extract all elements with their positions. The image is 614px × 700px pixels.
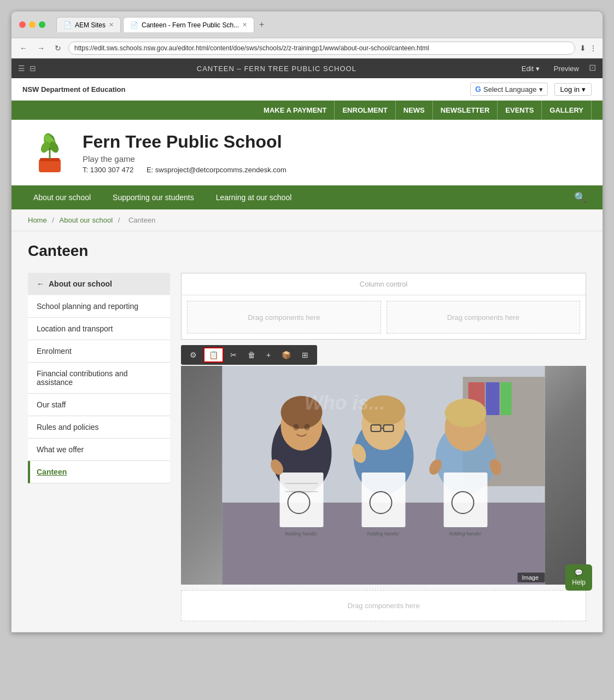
select-language-dropdown[interactable]: G Select Language ▾	[470, 83, 547, 96]
browser-titlebar: 📄 AEM Sites ✕ 📄 Canteen - Fern Tree Publ…	[11, 11, 603, 38]
breadcrumb-current: Canteen	[128, 216, 155, 224]
sidebar-parent-link[interactable]: ← About our school	[28, 273, 170, 295]
quick-link-enrolment[interactable]: ENROLMENT	[335, 101, 395, 120]
nav-icons: ⬇ ⋮	[580, 44, 597, 52]
panels-icon[interactable]: ☰	[18, 64, 25, 73]
browser-tabs: 📄 AEM Sites ✕ 📄 Canteen - Fern Tree Publ…	[56, 17, 267, 32]
toolbar-delete-button[interactable]: 🗑	[243, 348, 260, 361]
chevron-down-icon: ▾	[539, 85, 543, 94]
image-container: Who is... holding hands! holding hands! …	[181, 366, 586, 585]
quick-link-events[interactable]: EVENTS	[498, 101, 542, 120]
forward-button[interactable]: →	[34, 43, 48, 54]
breadcrumb-sep2: /	[118, 216, 122, 224]
cms-toolbar: ☰ ⊟ CANTEEN – FERN TREE PUBLIC SCHOOL Ed…	[11, 59, 603, 78]
sidebar-canteen-link[interactable]: Canteen	[37, 468, 67, 476]
nav-learning-school[interactable]: Learning at our school	[205, 185, 303, 209]
browser-nav: ← → ↻ ⬇ ⋮	[11, 38, 603, 59]
cms-toolbar-right: Edit ▾ Preview ⊡	[517, 62, 596, 75]
quick-link-newsletter[interactable]: NEWSLETTER	[433, 101, 498, 120]
school-name: Fern Tree Public School	[83, 132, 297, 152]
help-button[interactable]: 💬 Help	[565, 564, 592, 591]
svg-rect-14	[501, 382, 512, 415]
svg-text:Who is...: Who is...	[305, 392, 385, 414]
new-tab-button[interactable]: +	[256, 17, 267, 32]
svg-text:holding hands!: holding hands!	[367, 531, 400, 536]
toolbar-settings-button[interactable]: ⚙	[185, 348, 201, 361]
chevron-down-icon: ▾	[582, 85, 586, 94]
tab-close-aem[interactable]: ✕	[109, 21, 114, 28]
image-placeholder: Who is... holding hands! holding hands! …	[181, 366, 586, 585]
arrow-left-icon: ←	[37, 279, 44, 288]
drag-zone-left[interactable]: Drag components here	[187, 301, 381, 334]
school-header: Fern Tree Public School Play the game T:…	[11, 120, 603, 185]
cms-toolbar-left: ☰ ⊟	[18, 64, 36, 73]
download-icon[interactable]: ⬇	[580, 44, 586, 52]
nav-supporting-students[interactable]: Supporting our students	[102, 185, 205, 209]
svg-text:holding hands!: holding hands!	[285, 531, 318, 536]
svg-point-19	[305, 424, 310, 430]
breadcrumb-about-school[interactable]: About our school	[60, 216, 113, 224]
nav-about-school[interactable]: About our school	[22, 185, 102, 209]
browser-dots	[19, 21, 45, 28]
fullscreen-icon: ⊞	[302, 351, 308, 359]
bottom-drag-zone[interactable]: Drag components here	[181, 590, 586, 621]
fullscreen-icon[interactable]: ⊡	[589, 62, 596, 75]
svg-text:holding hands!: holding hands!	[449, 531, 482, 536]
drag-zone-right[interactable]: Drag components here	[387, 301, 581, 334]
svg-rect-13	[486, 382, 500, 415]
reload-button[interactable]: ↻	[52, 43, 64, 54]
tab-label: Canteen - Fern Tree Public Sch...	[142, 21, 239, 29]
sidebar-item-financial[interactable]: Financial contributions and assistance	[28, 363, 170, 394]
google-icon: G	[475, 85, 481, 94]
close-dot[interactable]	[19, 21, 26, 28]
minimize-dot[interactable]	[29, 21, 36, 28]
quick-link-payment[interactable]: MAKE A PAYMENT	[256, 101, 335, 120]
settings-icon: ⚙	[190, 351, 197, 359]
sidebar-item-location[interactable]: Location and transport	[28, 318, 170, 340]
tab-label: AEM Sites	[75, 21, 106, 29]
sidebar-item-planning[interactable]: School planning and reporting	[28, 295, 170, 318]
drag-row: Drag components here Drag components her…	[182, 295, 586, 339]
dept-name: NSW Department of Education	[22, 85, 126, 94]
preview-button[interactable]: Preview	[549, 62, 583, 75]
toolbar-cut-button[interactable]: ✂	[226, 348, 241, 361]
add-icon: +	[266, 351, 271, 359]
column-control: Column control Drag components here Drag…	[181, 273, 586, 340]
sidebar-parent-label: About our school	[49, 279, 112, 288]
svg-rect-20	[280, 472, 324, 527]
toolbar-copy-button[interactable]: 📋	[203, 347, 224, 363]
toolbar-add-button[interactable]: +	[262, 348, 275, 361]
maximize-dot[interactable]	[39, 21, 45, 28]
breadcrumb-sep1: /	[52, 216, 56, 224]
select-language-label: Select Language	[483, 85, 537, 94]
login-button[interactable]: Log in ▾	[554, 83, 592, 96]
svg-rect-31	[362, 472, 406, 527]
quick-link-news[interactable]: NEWS	[396, 101, 433, 120]
sidebar-item-canteen[interactable]: Canteen	[28, 461, 170, 483]
svg-rect-36	[444, 472, 488, 527]
sidebar-item-offer[interactable]: What we offer	[28, 439, 170, 461]
tab-canteen[interactable]: 📄 Canteen - Fern Tree Public Sch... ✕	[123, 17, 254, 32]
tab-icon: 📄	[130, 21, 138, 29]
back-button[interactable]: ←	[17, 43, 30, 54]
copy-icon: 📋	[209, 351, 218, 359]
quick-link-gallery[interactable]: GALLERY	[542, 101, 592, 120]
toolbar-insert-button[interactable]: 📦	[277, 348, 295, 361]
search-icon[interactable]: 🔍	[569, 186, 592, 209]
top-bar-right: G Select Language ▾ Log in ▾	[470, 83, 592, 96]
sidebar-item-enrolment[interactable]: Enrolment	[28, 340, 170, 363]
tab-aem-sites[interactable]: 📄 AEM Sites ✕	[56, 17, 121, 32]
main-area: Column control Drag components here Drag…	[181, 273, 586, 621]
content-layout: ← About our school School planning and r…	[28, 273, 586, 621]
sidebar-item-rules[interactable]: Rules and policies	[28, 416, 170, 439]
edit-button[interactable]: Edit ▾	[517, 62, 544, 75]
url-bar[interactable]	[68, 42, 575, 55]
sliders-icon[interactable]: ⊟	[30, 64, 36, 73]
more-icon[interactable]: ⋮	[589, 44, 597, 52]
breadcrumb-home[interactable]: Home	[28, 216, 47, 224]
tab-close-canteen[interactable]: ✕	[242, 21, 247, 28]
main-nav: About our school Supporting our students…	[11, 185, 603, 209]
sidebar-item-staff[interactable]: Our staff	[28, 394, 170, 416]
toolbar-fullscreen-button[interactable]: ⊞	[297, 348, 313, 361]
svg-text:Image: Image	[522, 574, 539, 581]
